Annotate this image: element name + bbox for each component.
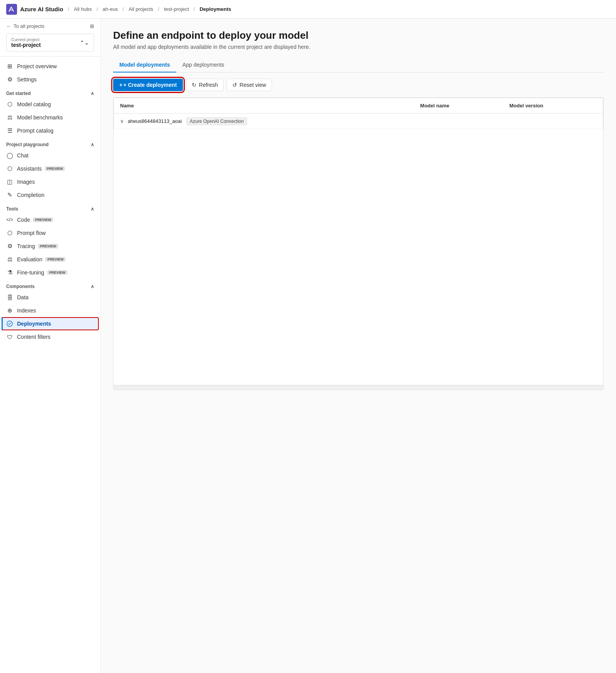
- sidebar-top: ← To all projects ⊞ Current project test…: [0, 19, 100, 57]
- reset-view-button[interactable]: ↺ Reset view: [227, 79, 272, 91]
- completion-icon: ✎: [6, 192, 13, 198]
- layout-icon: ⊞: [90, 23, 94, 29]
- benchmarks-icon: ⚖: [6, 114, 13, 121]
- table-cell-name: ∨ aheus8644843113_aoai Azure OpenAI Conn…: [114, 114, 414, 129]
- assistants-icon: ⬡: [6, 165, 13, 172]
- sidebar-item-tracing[interactable]: ⚙ Tracing PREVIEW: [0, 240, 100, 253]
- deployments-table: Name Model name Model version ∨ aheus864…: [114, 98, 603, 129]
- sidebar-item-project-overview[interactable]: ⊞ Project overview: [0, 60, 100, 73]
- sidebar-item-indexes[interactable]: ⊕ Indexes: [0, 304, 100, 317]
- sidebar-item-completion[interactable]: ✎ Completion: [0, 188, 100, 202]
- model-catalog-icon: ⬡: [6, 101, 13, 108]
- sidebar-item-prompt-flow[interactable]: ⬡ Prompt flow: [0, 226, 100, 240]
- project-selector[interactable]: Current project test-project ⌃⌄: [6, 34, 94, 52]
- chevron-up-icon[interactable]: ∧: [91, 91, 94, 96]
- prompt-catalog-icon: ☰: [6, 127, 13, 134]
- expand-icon[interactable]: ∨: [120, 118, 124, 124]
- section-header-get-started: Get started ∧: [0, 86, 100, 98]
- sidebar-navigation: ⊞ Project overview ⚙ Settings Get starte…: [0, 57, 100, 347]
- col-header-model-name: Model name: [414, 98, 503, 114]
- app-logo: Azure AI Studio: [6, 4, 63, 15]
- sidebar-item-prompt-catalog[interactable]: ☰ Prompt catalog: [0, 124, 100, 137]
- back-to-projects-link[interactable]: ← To all projects ⊞: [6, 23, 94, 29]
- sidebar-item-fine-tuning[interactable]: ⚗ Fine-tuning PREVIEW: [0, 266, 100, 279]
- chat-icon: ◯: [6, 152, 13, 159]
- sidebar-item-code[interactable]: </> Code PREVIEW: [0, 213, 100, 226]
- sidebar: ← To all projects ⊞ Current project test…: [0, 19, 101, 673]
- table-empty-area: [114, 129, 603, 261]
- breadcrumb-ah-eus[interactable]: ah-eus: [103, 6, 118, 12]
- images-icon: ◫: [6, 178, 13, 185]
- chevron-up-icon-components[interactable]: ∧: [91, 284, 94, 289]
- table-cell-model-name: [414, 114, 503, 129]
- breadcrumb-test-project[interactable]: test-project: [164, 6, 189, 12]
- main-content: Define an endpoint to deploy your model …: [101, 19, 616, 673]
- deployments-icon: [6, 320, 13, 327]
- sidebar-item-assistants[interactable]: ⬡ Assistants PREVIEW: [0, 162, 100, 175]
- horizontal-scrollbar[interactable]: [114, 385, 603, 390]
- deployments-table-container: Name Model name Model version ∨ aheus864…: [113, 97, 604, 390]
- refresh-icon: ↻: [192, 82, 196, 88]
- settings-icon: ⚙: [6, 76, 13, 83]
- sidebar-item-settings[interactable]: ⚙ Settings: [0, 73, 100, 86]
- sidebar-item-evaluation[interactable]: ⚖ Evaluation PREVIEW: [0, 253, 100, 266]
- col-header-name: Name: [114, 98, 414, 114]
- evaluation-icon: ⚖: [6, 256, 13, 263]
- toolbar: + + Create deployment ↻ Refresh ↺ Reset …: [113, 79, 604, 91]
- tab-app-deployments[interactable]: App deployments: [176, 58, 231, 72]
- sidebar-item-model-catalog[interactable]: ⬡ Model catalog: [0, 98, 100, 111]
- reset-icon: ↺: [232, 82, 237, 88]
- svg-rect-0: [6, 4, 17, 15]
- home-icon: ⊞: [6, 63, 13, 70]
- breadcrumb-deployments: Deployments: [200, 6, 231, 12]
- breadcrumb-all-projects[interactable]: All projects: [129, 6, 153, 12]
- code-icon: </>: [6, 216, 13, 223]
- sidebar-item-deployments[interactable]: Deployments: [2, 317, 99, 330]
- tracing-icon: ⚙: [6, 243, 13, 250]
- sidebar-item-content-filters[interactable]: 🛡 Content filters: [0, 330, 100, 343]
- sidebar-item-data[interactable]: 🗄 Data: [0, 291, 100, 304]
- table-cell-model-version: [503, 114, 603, 129]
- table-header-row: Name Model name Model version: [114, 98, 603, 114]
- deployment-tabs: Model deployments App deployments: [113, 58, 604, 72]
- create-deployment-button[interactable]: + + Create deployment: [113, 79, 183, 91]
- connection-badge: Azure OpenAI Connection: [186, 117, 247, 125]
- fine-tuning-icon: ⚗: [6, 269, 13, 276]
- tab-model-deployments[interactable]: Model deployments: [113, 58, 176, 72]
- page-subtitle: All model and app deployments available …: [113, 44, 604, 50]
- sidebar-item-chat[interactable]: ◯ Chat: [0, 149, 100, 162]
- sidebar-item-images[interactable]: ◫ Images: [0, 175, 100, 188]
- section-header-tools: Tools ∧: [0, 202, 100, 213]
- chevron-up-icon-tools[interactable]: ∧: [91, 206, 94, 212]
- section-header-project-playground: Project playground ∧: [0, 137, 100, 149]
- breadcrumb-all-hubs[interactable]: All hubs: [74, 6, 92, 12]
- col-header-model-version: Model version: [503, 98, 603, 114]
- back-arrow-icon: ←: [6, 23, 11, 29]
- refresh-button[interactable]: ↻ Refresh: [186, 79, 224, 91]
- indexes-icon: ⊕: [6, 307, 13, 314]
- plus-icon: +: [119, 82, 122, 88]
- chevron-up-icon-playground[interactable]: ∧: [91, 142, 94, 147]
- sidebar-item-model-benchmarks[interactable]: ⚖ Model benchmarks: [0, 111, 100, 124]
- section-header-components: Components ∧: [0, 279, 100, 291]
- top-navigation: Azure AI Studio / All hubs / ah-eus / Al…: [0, 0, 616, 19]
- data-icon: 🗄: [6, 294, 13, 301]
- prompt-flow-icon: ⬡: [6, 230, 13, 236]
- chevron-up-down-icon: ⌃⌄: [80, 40, 89, 46]
- page-title: Define an endpoint to deploy your model: [113, 29, 604, 41]
- table-row[interactable]: ∨ aheus8644843113_aoai Azure OpenAI Conn…: [114, 114, 603, 129]
- shield-icon: 🛡: [6, 333, 13, 340]
